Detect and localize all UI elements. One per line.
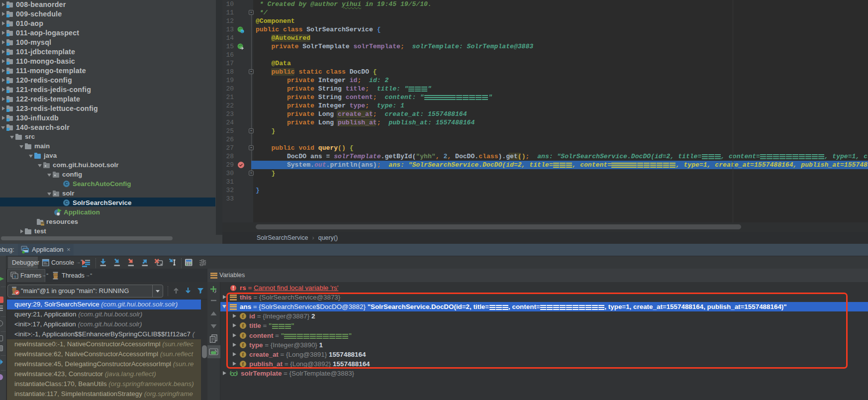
svg-text:G: G [241,30,244,33]
svg-text:s: s [14,275,16,279]
svg-text:!: ! [232,286,234,291]
